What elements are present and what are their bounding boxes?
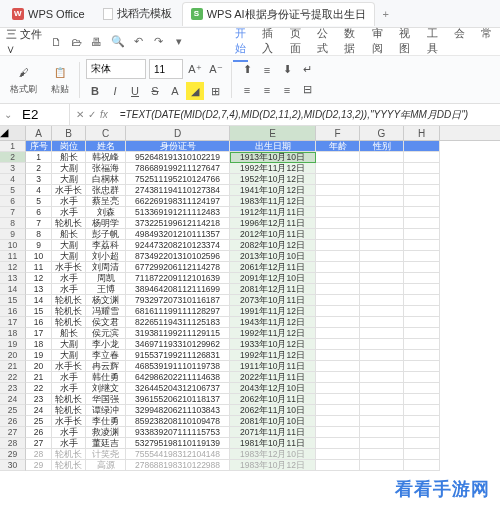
grid-body[interactable]: 1 序号 岗位 姓名 身份证号 出生日期 年龄 性别 2 1 船长 韩祝峰 95…	[0, 141, 500, 478]
cell-gender[interactable]	[360, 405, 404, 416]
cell-id[interactable]: 346971193310129962	[126, 339, 230, 350]
cell[interactable]	[404, 262, 440, 273]
cell-age[interactable]	[316, 295, 360, 306]
col-header-g[interactable]: G	[360, 126, 404, 140]
cell-gender[interactable]	[360, 251, 404, 262]
cell[interactable]	[404, 185, 440, 196]
cell-pos[interactable]: 水手	[52, 438, 86, 449]
cell-name[interactable]: 李荔科	[86, 240, 126, 251]
cell-seq[interactable]: 3	[26, 174, 52, 185]
cell-gender[interactable]	[360, 273, 404, 284]
cell-gender[interactable]	[360, 207, 404, 218]
cell-age[interactable]	[316, 174, 360, 185]
cell-birth[interactable]: 1913年10月10日	[230, 152, 316, 163]
cell-age[interactable]	[316, 394, 360, 405]
cell-id[interactable]: 513369191211112483	[126, 207, 230, 218]
row-header[interactable]: 10	[0, 240, 26, 251]
cell-age[interactable]	[316, 449, 360, 460]
cell-birth[interactable]: 1941年10月12日	[230, 185, 316, 196]
header-id[interactable]: 身份证号	[126, 141, 230, 152]
cell-birth[interactable]: 2043年12月10日	[230, 383, 316, 394]
cell-id[interactable]: 822651194311125183	[126, 317, 230, 328]
cell-age[interactable]	[316, 405, 360, 416]
cell-name[interactable]: 刘森	[86, 207, 126, 218]
cell-birth[interactable]: 1943年11月12日	[230, 317, 316, 328]
cell-gender[interactable]	[360, 262, 404, 273]
cell-name[interactable]: 蔡呈亮	[86, 196, 126, 207]
cell-pos[interactable]: 水手	[52, 427, 86, 438]
ribbon-tab-extra[interactable]: 常	[479, 22, 494, 62]
align-left-icon[interactable]: ≡	[238, 81, 256, 99]
cell-birth[interactable]: 2012年10月11日	[230, 229, 316, 240]
cell-seq[interactable]: 2	[26, 163, 52, 174]
cell-gender[interactable]	[360, 218, 404, 229]
cell-name[interactable]: 李仕勇	[86, 416, 126, 427]
cell-pos[interactable]: 轮机长	[52, 460, 86, 471]
cell-name[interactable]: 救凌渊	[86, 427, 126, 438]
cell-age[interactable]	[316, 273, 360, 284]
row-header[interactable]: 6	[0, 196, 26, 207]
row-header[interactable]: 16	[0, 306, 26, 317]
cell-birth[interactable]: 2062年11月10日	[230, 405, 316, 416]
cell-pos[interactable]: 水手	[52, 273, 86, 284]
cell-id[interactable]: 662269198311124197	[126, 196, 230, 207]
cell-pos[interactable]: 轮机长	[52, 218, 86, 229]
cell-pos[interactable]: 水手	[52, 207, 86, 218]
cell-birth[interactable]: 2073年10月11日	[230, 295, 316, 306]
file-menu[interactable]: 三 文件 ∨	[6, 27, 42, 57]
cell-name[interactable]: 彭子帆	[86, 229, 126, 240]
cell-gender[interactable]	[360, 306, 404, 317]
cell-pos[interactable]: 船长	[52, 229, 86, 240]
row-header[interactable]: 24	[0, 394, 26, 405]
cell[interactable]	[404, 207, 440, 218]
cell-pos[interactable]: 轮机长	[52, 405, 86, 416]
cell-gender[interactable]	[360, 317, 404, 328]
font-name-select[interactable]	[86, 59, 146, 79]
cell-gender[interactable]	[360, 383, 404, 394]
cell-id[interactable]: 468539191110119738	[126, 361, 230, 372]
cell-id[interactable]: 752511195210124766	[126, 174, 230, 185]
cell-pos[interactable]: 大副	[52, 350, 86, 361]
cell-pos[interactable]: 水手长	[52, 361, 86, 372]
align-middle-icon[interactable]: ≡	[258, 61, 276, 79]
paste-button[interactable]: 📋 粘贴	[47, 61, 73, 98]
cell-name[interactable]: 王博	[86, 284, 126, 295]
cell-birth[interactable]: 1992年11月12日	[230, 163, 316, 174]
cell-pos[interactable]: 大副	[52, 339, 86, 350]
cell-name[interactable]: 高源	[86, 460, 126, 471]
cell[interactable]	[404, 251, 440, 262]
cell[interactable]	[404, 295, 440, 306]
cell-seq[interactable]: 7	[26, 218, 52, 229]
cell-pos[interactable]: 轮机长	[52, 394, 86, 405]
row-header[interactable]: 23	[0, 383, 26, 394]
cell-seq[interactable]: 21	[26, 372, 52, 383]
italic-button[interactable]: I	[106, 82, 124, 100]
row-header[interactable]: 2	[0, 152, 26, 163]
row-header[interactable]: 8	[0, 218, 26, 229]
cell-seq[interactable]: 27	[26, 438, 52, 449]
cell[interactable]	[404, 449, 440, 460]
row-header[interactable]: 15	[0, 295, 26, 306]
cell-gender[interactable]	[360, 185, 404, 196]
cell[interactable]	[404, 218, 440, 229]
cell-pos[interactable]: 大副	[52, 174, 86, 185]
print-icon[interactable]: 🖶	[90, 34, 102, 50]
cell-age[interactable]	[316, 438, 360, 449]
cell-name[interactable]: 华国强	[86, 394, 126, 405]
col-header-e[interactable]: E	[230, 126, 316, 140]
wrap-icon[interactable]: ↵	[298, 61, 316, 79]
ribbon-tab-start[interactable]: 开始	[233, 22, 248, 62]
cell-name[interactable]: 李立春	[86, 350, 126, 361]
cell-gender[interactable]	[360, 240, 404, 251]
cell[interactable]	[404, 416, 440, 427]
cell-name[interactable]: 张忠群	[86, 185, 126, 196]
align-top-icon[interactable]: ⬆	[238, 61, 256, 79]
underline-button[interactable]: U	[126, 82, 144, 100]
row-header[interactable]: 14	[0, 284, 26, 295]
cell-gender[interactable]	[360, 196, 404, 207]
cell-age[interactable]	[316, 306, 360, 317]
decrease-font-icon[interactable]: A⁻	[207, 60, 225, 78]
cell-name[interactable]: 冯耀雪	[86, 306, 126, 317]
row-header[interactable]: 11	[0, 251, 26, 262]
formula-input[interactable]	[114, 104, 500, 125]
